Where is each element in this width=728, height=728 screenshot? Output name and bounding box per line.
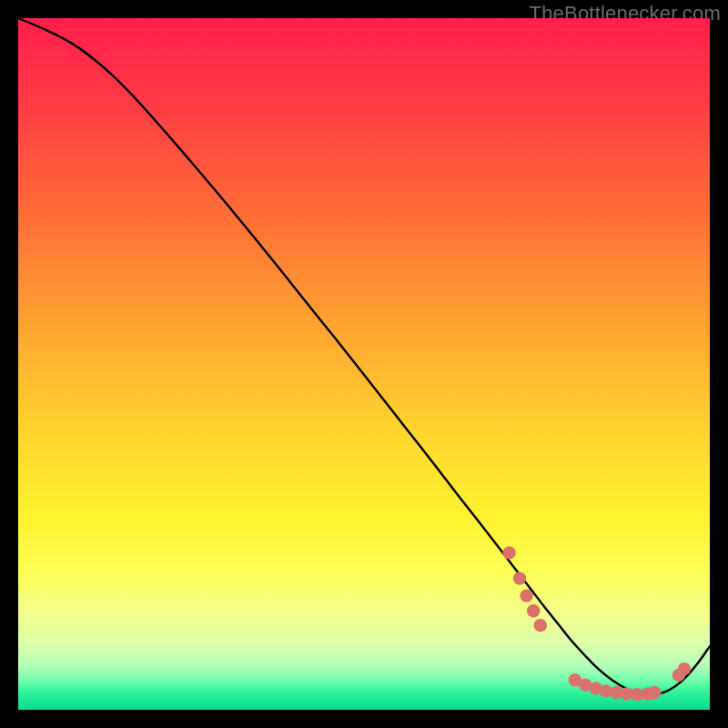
gradient-background bbox=[18, 18, 710, 710]
bottleneck-chart bbox=[18, 18, 710, 710]
data-marker bbox=[648, 686, 661, 699]
data-marker bbox=[513, 571, 526, 584]
data-marker bbox=[534, 619, 547, 632]
chart-stage: TheBottlenecker.com bbox=[0, 0, 728, 728]
data-marker bbox=[520, 589, 532, 602]
data-marker bbox=[502, 546, 515, 559]
data-marker bbox=[527, 604, 540, 617]
plot-area bbox=[18, 18, 710, 710]
data-marker bbox=[678, 662, 691, 675]
